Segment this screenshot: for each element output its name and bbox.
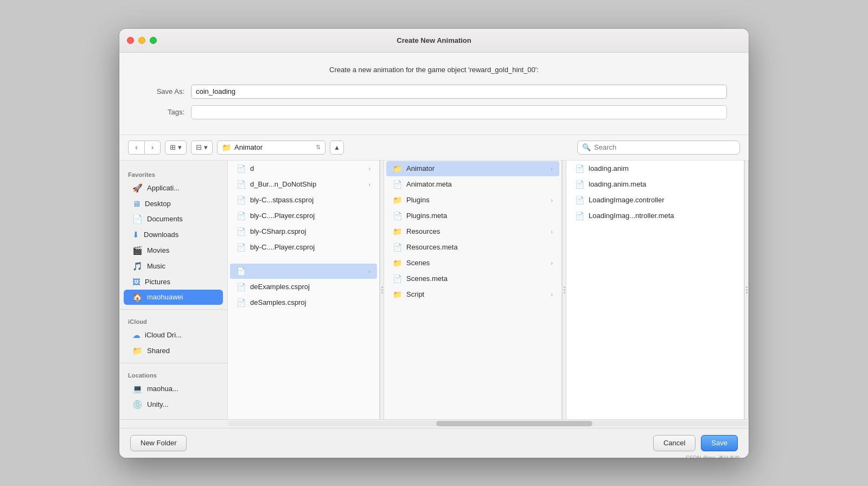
column-view-chevron: ▾ [178, 143, 182, 151]
list-item[interactable]: 📁 Scenes › [386, 255, 559, 271]
list-item[interactable]: 📁 Script › [386, 287, 559, 302]
tags-input[interactable] [191, 105, 727, 119]
file-panel-1: 📄 d › 📄 d_Bur...n_DoNotShip › 📄 bly-C...… [228, 161, 380, 419]
save-as-label: Save As: [141, 87, 184, 95]
sidebar-item-music[interactable]: 🎵 Music [124, 259, 223, 274]
new-folder-button[interactable]: New Folder [130, 435, 187, 451]
sidebar-item-maohuawei[interactable]: 🏠 maohuawei [124, 290, 223, 305]
dialog-body: Favorites 🚀 Applicati... 🖥 Desktop 📄 Doc… [119, 161, 749, 419]
list-item[interactable]: 📄 Animator.meta [386, 177, 559, 192]
list-item[interactable]: 📄 › [230, 264, 377, 279]
scrollbar-thumb[interactable] [436, 421, 592, 426]
folder-icon: 📁 [393, 164, 402, 173]
folder-icon: 📁 [393, 196, 402, 204]
sidebar-item-pictures[interactable]: 🖼 Pictures [124, 274, 223, 289]
folder-icon: 📁 [393, 227, 402, 236]
list-item[interactable]: 📄 LoadingImage.controller [569, 193, 742, 208]
icloud-label: iCloud [119, 314, 227, 327]
sidebar-item-desktop[interactable]: 🖥 Desktop [124, 196, 223, 211]
chevron-right-icon: › [551, 165, 553, 172]
save-button[interactable]: Save [701, 435, 738, 451]
icloud-icon: ☁ [132, 330, 141, 340]
unity-icon: 💿 [132, 400, 143, 410]
list-item[interactable]: 📄 Plugins.meta [386, 208, 559, 223]
sidebar-section-locations: Locations 💻 maohua... 💿 Unity... [119, 368, 227, 412]
sidebar-item-icloud-drive[interactable]: ☁ iCloud Dri... [124, 328, 223, 343]
panel-separator-3[interactable] [744, 161, 749, 419]
footer-right: Cancel Save [653, 435, 738, 451]
list-item[interactable]: 📄 d_Bur...n_DoNotShip › [230, 177, 377, 192]
file-icon: 📄 [237, 196, 246, 204]
stepper-icon: ⇅ [316, 144, 321, 151]
file-icon: 📄 [237, 164, 246, 173]
list-item[interactable]: 📁 Resources › [386, 224, 559, 239]
minimize-button[interactable] [138, 37, 145, 44]
column-view-button[interactable]: ⊞ ▾ [165, 140, 187, 155]
icon-view-chevron: ▾ [204, 143, 208, 151]
resize-handle [746, 286, 748, 293]
chevron-right-icon: › [551, 228, 553, 235]
sidebar-item-maohua[interactable]: 💻 maohua... [124, 381, 223, 397]
chevron-right-icon: › [551, 291, 553, 298]
forward-button[interactable]: › [144, 140, 161, 155]
sidebar-item-unity[interactable]: 💿 Unity... [124, 397, 223, 412]
list-item[interactable]: 📁 Plugins › [386, 193, 559, 208]
window-controls [127, 37, 157, 44]
sidebar-item-shared[interactable]: 📁 Shared [124, 343, 223, 359]
search-box: 🔍 [577, 140, 740, 155]
folder-icon: 📁 [393, 290, 402, 299]
save-as-input[interactable] [191, 85, 727, 99]
list-item[interactable]: 📄 LoadingImag...ntroller.meta [569, 208, 742, 223]
list-item[interactable]: 📄 bly-C....Player.csproj [230, 240, 377, 255]
cancel-button[interactable]: Cancel [653, 435, 695, 451]
list-item[interactable]: 📁 Animator › [386, 161, 559, 176]
file-panel-3: 📄 loading.anim 📄 loading.anim.meta 📄 Loa… [566, 161, 744, 419]
close-button[interactable] [127, 37, 134, 44]
file-panels: 📄 d › 📄 d_Bur...n_DoNotShip › 📄 bly-C...… [228, 161, 749, 419]
sidebar-item-downloads[interactable]: ⬇ Downloads [124, 227, 223, 242]
horizontal-scrollbar[interactable] [119, 419, 749, 428]
sidebar-item-documents[interactable]: 📄 Documents [124, 212, 223, 227]
list-item[interactable]: 📄 Resources.meta [386, 240, 559, 255]
list-item[interactable]: 📄 loading.anim [569, 161, 742, 176]
file-icon: 📄 [575, 180, 584, 189]
panel-separator-1[interactable] [380, 161, 384, 419]
file-icon: 📄 [237, 298, 246, 307]
icon-view-icon: ⊟ [196, 143, 202, 151]
icon-view-button[interactable]: ⊟ ▾ [191, 140, 213, 155]
downloads-icon: ⬇ [132, 230, 139, 240]
sidebar: Favorites 🚀 Applicati... 🖥 Desktop 📄 Doc… [119, 161, 228, 419]
list-item[interactable]: 📄 bly-CSharp.csproj [230, 224, 377, 239]
sidebar-item-applications[interactable]: 🚀 Applicati... [124, 181, 223, 196]
sidebar-section-icloud: iCloud ☁ iCloud Dri... 📁 Shared [119, 314, 227, 359]
search-input[interactable] [594, 143, 735, 151]
list-item[interactable]: 📄 loading.anim.meta [569, 177, 742, 192]
column-view-icon: ⊞ [170, 143, 176, 151]
location-dropdown[interactable]: 📁 Animator ⇅ [217, 140, 326, 155]
chevron-right-icon: › [368, 165, 371, 172]
file-icon: 📄 [237, 180, 246, 189]
folder-icon: 📁 [393, 259, 402, 267]
maximize-button[interactable] [150, 37, 157, 44]
title-bar: Create New Animation [119, 29, 749, 53]
collapse-button[interactable]: ▲ [330, 140, 344, 155]
file-icon: 📄 [237, 212, 246, 220]
file-icon: 📄 [237, 243, 246, 252]
list-item[interactable]: 📄 deExamples.csproj [230, 279, 377, 295]
dialog-subtitle: Create a new animation for the game obje… [141, 66, 727, 74]
list-item[interactable]: 📄 Scenes.meta [386, 271, 559, 286]
back-button[interactable]: ‹ [128, 140, 144, 155]
dialog-header: Create a new animation for the game obje… [119, 53, 749, 135]
list-item[interactable]: 📄 bly-C...stpass.csproj [230, 193, 377, 208]
location-folder-icon: 📁 [222, 143, 231, 152]
file-icon: 📄 [393, 212, 402, 220]
file-panel-2: 📁 Animator › 📄 Animator.meta 📁 Plugins ›… [384, 161, 562, 419]
sidebar-item-movies[interactable]: 🎬 Movies [124, 243, 223, 258]
list-item[interactable]: 📄 deSamples.csproj [230, 295, 377, 310]
panel-separator-2[interactable] [562, 161, 566, 419]
footer-left: New Folder [130, 435, 187, 451]
list-item[interactable]: 📄 bly-C....Player.csproj [230, 208, 377, 223]
resize-handle [564, 286, 565, 293]
list-item[interactable]: 📄 d › [230, 161, 377, 176]
file-icon: 📄 [237, 283, 246, 291]
